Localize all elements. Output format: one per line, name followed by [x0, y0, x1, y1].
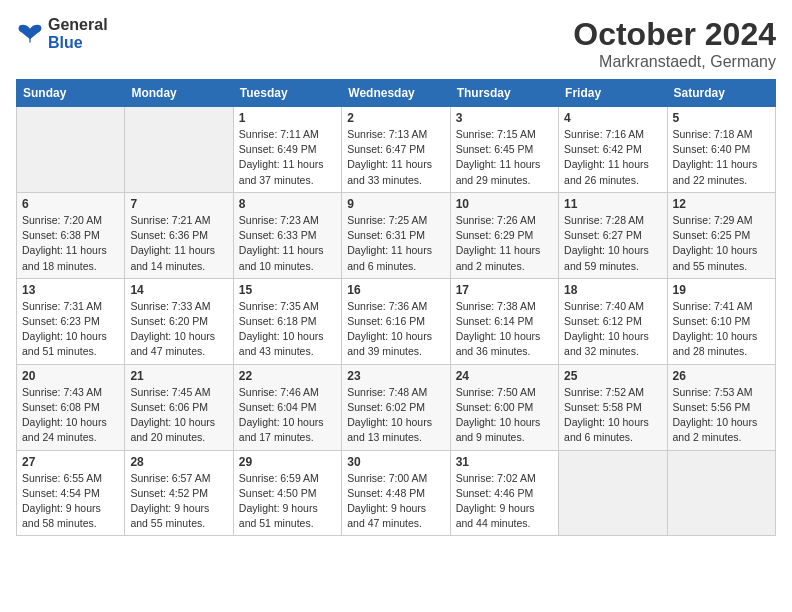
day-number: 24	[456, 369, 553, 383]
calendar-cell: 1Sunrise: 7:11 AMSunset: 6:49 PMDaylight…	[233, 107, 341, 193]
cell-info: Sunrise: 7:43 AMSunset: 6:08 PMDaylight:…	[22, 386, 107, 444]
cell-info: Sunrise: 7:28 AMSunset: 6:27 PMDaylight:…	[564, 214, 649, 272]
cell-info: Sunrise: 6:59 AMSunset: 4:50 PMDaylight:…	[239, 472, 319, 530]
calendar-cell: 24Sunrise: 7:50 AMSunset: 6:00 PMDayligh…	[450, 364, 558, 450]
location-title: Markranstaedt, Germany	[573, 53, 776, 71]
calendar-cell: 12Sunrise: 7:29 AMSunset: 6:25 PMDayligh…	[667, 192, 775, 278]
day-number: 25	[564, 369, 661, 383]
calendar-cell: 13Sunrise: 7:31 AMSunset: 6:23 PMDayligh…	[17, 278, 125, 364]
day-number: 26	[673, 369, 770, 383]
calendar-cell: 31Sunrise: 7:02 AMSunset: 4:46 PMDayligh…	[450, 450, 558, 536]
cell-info: Sunrise: 7:13 AMSunset: 6:47 PMDaylight:…	[347, 128, 432, 186]
cell-info: Sunrise: 6:55 AMSunset: 4:54 PMDaylight:…	[22, 472, 102, 530]
day-number: 11	[564, 197, 661, 211]
calendar-cell: 19Sunrise: 7:41 AMSunset: 6:10 PMDayligh…	[667, 278, 775, 364]
calendar-cell: 6Sunrise: 7:20 AMSunset: 6:38 PMDaylight…	[17, 192, 125, 278]
title-block: October 2024 Markranstaedt, Germany	[573, 16, 776, 71]
logo-text: GeneralBlue	[48, 16, 108, 51]
calendar-cell: 30Sunrise: 7:00 AMSunset: 4:48 PMDayligh…	[342, 450, 450, 536]
calendar-cell: 3Sunrise: 7:15 AMSunset: 6:45 PMDaylight…	[450, 107, 558, 193]
day-number: 31	[456, 455, 553, 469]
cell-info: Sunrise: 7:40 AMSunset: 6:12 PMDaylight:…	[564, 300, 649, 358]
day-number: 30	[347, 455, 444, 469]
calendar-cell: 27Sunrise: 6:55 AMSunset: 4:54 PMDayligh…	[17, 450, 125, 536]
cell-info: Sunrise: 7:21 AMSunset: 6:36 PMDaylight:…	[130, 214, 215, 272]
calendar-cell: 14Sunrise: 7:33 AMSunset: 6:20 PMDayligh…	[125, 278, 233, 364]
day-number: 28	[130, 455, 227, 469]
day-number: 19	[673, 283, 770, 297]
week-row-2: 6Sunrise: 7:20 AMSunset: 6:38 PMDaylight…	[17, 192, 776, 278]
cell-info: Sunrise: 7:20 AMSunset: 6:38 PMDaylight:…	[22, 214, 107, 272]
calendar-cell	[17, 107, 125, 193]
calendar-cell: 25Sunrise: 7:52 AMSunset: 5:58 PMDayligh…	[559, 364, 667, 450]
column-header-tuesday: Tuesday	[233, 80, 341, 107]
cell-info: Sunrise: 7:31 AMSunset: 6:23 PMDaylight:…	[22, 300, 107, 358]
calendar-body: 1Sunrise: 7:11 AMSunset: 6:49 PMDaylight…	[17, 107, 776, 536]
day-number: 18	[564, 283, 661, 297]
column-header-friday: Friday	[559, 80, 667, 107]
day-number: 8	[239, 197, 336, 211]
logo-bird-icon	[16, 22, 44, 46]
logo: GeneralBlue	[16, 16, 108, 51]
cell-info: Sunrise: 7:53 AMSunset: 5:56 PMDaylight:…	[673, 386, 758, 444]
cell-info: Sunrise: 7:18 AMSunset: 6:40 PMDaylight:…	[673, 128, 758, 186]
week-row-1: 1Sunrise: 7:11 AMSunset: 6:49 PMDaylight…	[17, 107, 776, 193]
calendar-cell: 2Sunrise: 7:13 AMSunset: 6:47 PMDaylight…	[342, 107, 450, 193]
calendar-cell: 26Sunrise: 7:53 AMSunset: 5:56 PMDayligh…	[667, 364, 775, 450]
calendar-cell	[559, 450, 667, 536]
cell-info: Sunrise: 7:35 AMSunset: 6:18 PMDaylight:…	[239, 300, 324, 358]
day-number: 13	[22, 283, 119, 297]
week-row-4: 20Sunrise: 7:43 AMSunset: 6:08 PMDayligh…	[17, 364, 776, 450]
calendar-cell: 28Sunrise: 6:57 AMSunset: 4:52 PMDayligh…	[125, 450, 233, 536]
cell-info: Sunrise: 6:57 AMSunset: 4:52 PMDaylight:…	[130, 472, 210, 530]
cell-info: Sunrise: 7:26 AMSunset: 6:29 PMDaylight:…	[456, 214, 541, 272]
column-header-thursday: Thursday	[450, 80, 558, 107]
week-row-5: 27Sunrise: 6:55 AMSunset: 4:54 PMDayligh…	[17, 450, 776, 536]
cell-info: Sunrise: 7:23 AMSunset: 6:33 PMDaylight:…	[239, 214, 324, 272]
calendar-cell: 17Sunrise: 7:38 AMSunset: 6:14 PMDayligh…	[450, 278, 558, 364]
column-header-monday: Monday	[125, 80, 233, 107]
cell-info: Sunrise: 7:11 AMSunset: 6:49 PMDaylight:…	[239, 128, 324, 186]
day-number: 17	[456, 283, 553, 297]
cell-info: Sunrise: 7:25 AMSunset: 6:31 PMDaylight:…	[347, 214, 432, 272]
cell-info: Sunrise: 7:46 AMSunset: 6:04 PMDaylight:…	[239, 386, 324, 444]
cell-info: Sunrise: 7:33 AMSunset: 6:20 PMDaylight:…	[130, 300, 215, 358]
day-number: 9	[347, 197, 444, 211]
calendar-table: SundayMondayTuesdayWednesdayThursdayFrid…	[16, 79, 776, 536]
day-number: 2	[347, 111, 444, 125]
calendar-cell: 11Sunrise: 7:28 AMSunset: 6:27 PMDayligh…	[559, 192, 667, 278]
day-number: 15	[239, 283, 336, 297]
day-number: 29	[239, 455, 336, 469]
day-number: 3	[456, 111, 553, 125]
cell-info: Sunrise: 7:50 AMSunset: 6:00 PMDaylight:…	[456, 386, 541, 444]
calendar-cell: 20Sunrise: 7:43 AMSunset: 6:08 PMDayligh…	[17, 364, 125, 450]
calendar-cell	[125, 107, 233, 193]
cell-info: Sunrise: 7:52 AMSunset: 5:58 PMDaylight:…	[564, 386, 649, 444]
day-number: 22	[239, 369, 336, 383]
cell-info: Sunrise: 7:41 AMSunset: 6:10 PMDaylight:…	[673, 300, 758, 358]
day-number: 20	[22, 369, 119, 383]
cell-info: Sunrise: 7:36 AMSunset: 6:16 PMDaylight:…	[347, 300, 432, 358]
cell-info: Sunrise: 7:16 AMSunset: 6:42 PMDaylight:…	[564, 128, 649, 186]
day-number: 1	[239, 111, 336, 125]
calendar-cell: 15Sunrise: 7:35 AMSunset: 6:18 PMDayligh…	[233, 278, 341, 364]
calendar-cell	[667, 450, 775, 536]
calendar-cell: 8Sunrise: 7:23 AMSunset: 6:33 PMDaylight…	[233, 192, 341, 278]
cell-info: Sunrise: 7:15 AMSunset: 6:45 PMDaylight:…	[456, 128, 541, 186]
calendar-cell: 23Sunrise: 7:48 AMSunset: 6:02 PMDayligh…	[342, 364, 450, 450]
cell-info: Sunrise: 7:45 AMSunset: 6:06 PMDaylight:…	[130, 386, 215, 444]
calendar-header: SundayMondayTuesdayWednesdayThursdayFrid…	[17, 80, 776, 107]
calendar-cell: 5Sunrise: 7:18 AMSunset: 6:40 PMDaylight…	[667, 107, 775, 193]
day-number: 4	[564, 111, 661, 125]
calendar-cell: 16Sunrise: 7:36 AMSunset: 6:16 PMDayligh…	[342, 278, 450, 364]
header-row: SundayMondayTuesdayWednesdayThursdayFrid…	[17, 80, 776, 107]
week-row-3: 13Sunrise: 7:31 AMSunset: 6:23 PMDayligh…	[17, 278, 776, 364]
column-header-sunday: Sunday	[17, 80, 125, 107]
day-number: 6	[22, 197, 119, 211]
day-number: 7	[130, 197, 227, 211]
column-header-wednesday: Wednesday	[342, 80, 450, 107]
calendar-cell: 10Sunrise: 7:26 AMSunset: 6:29 PMDayligh…	[450, 192, 558, 278]
day-number: 14	[130, 283, 227, 297]
calendar-cell: 7Sunrise: 7:21 AMSunset: 6:36 PMDaylight…	[125, 192, 233, 278]
calendar-cell: 22Sunrise: 7:46 AMSunset: 6:04 PMDayligh…	[233, 364, 341, 450]
